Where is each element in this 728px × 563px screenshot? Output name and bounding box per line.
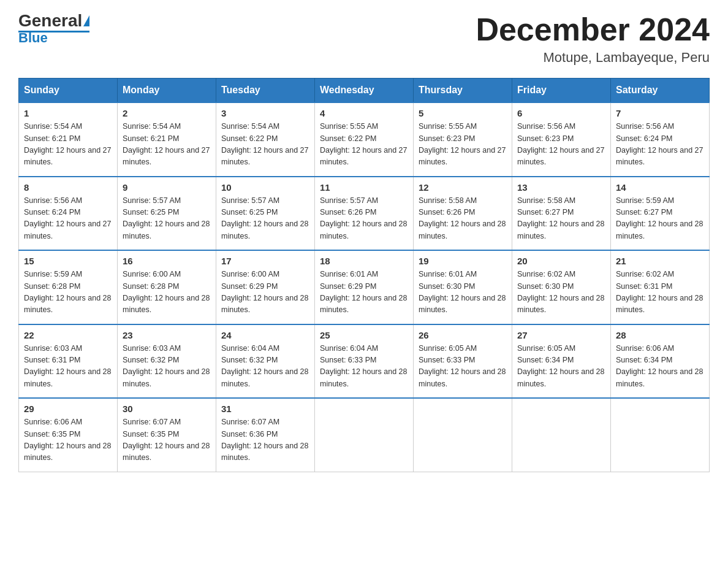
calendar-day-cell: 17 Sunrise: 6:00 AMSunset: 6:29 PMDaylig… — [216, 250, 315, 324]
calendar-day-header: Tuesday — [216, 79, 315, 103]
day-info: Sunrise: 5:56 AMSunset: 6:24 PMDaylight:… — [24, 196, 111, 240]
day-number: 11 — [320, 182, 408, 193]
day-number: 5 — [419, 108, 507, 118]
calendar-week-row: 29 Sunrise: 6:06 AMSunset: 6:35 PMDaylig… — [19, 398, 710, 472]
calendar-title: December 2024 — [476, 12, 710, 47]
calendar-day-cell: 20 Sunrise: 6:02 AMSunset: 6:30 PMDaylig… — [512, 250, 611, 324]
day-number: 2 — [123, 108, 211, 118]
calendar-day-cell: 29 Sunrise: 6:06 AMSunset: 6:35 PMDaylig… — [19, 398, 118, 472]
page-header: General Blue December 2024 Motupe, Lamba… — [18, 12, 710, 66]
day-info: Sunrise: 6:06 AMSunset: 6:35 PMDaylight:… — [24, 418, 111, 462]
day-info: Sunrise: 6:03 AMSunset: 6:31 PMDaylight:… — [24, 344, 111, 388]
day-info: Sunrise: 6:02 AMSunset: 6:30 PMDaylight:… — [517, 270, 604, 314]
calendar-day-cell: 28 Sunrise: 6:06 AMSunset: 6:34 PMDaylig… — [611, 324, 710, 399]
calendar-day-cell: 18 Sunrise: 6:01 AMSunset: 6:29 PMDaylig… — [315, 250, 414, 324]
day-info: Sunrise: 5:57 AMSunset: 6:25 PMDaylight:… — [221, 196, 308, 240]
calendar-day-cell: 10 Sunrise: 5:57 AMSunset: 6:25 PMDaylig… — [216, 177, 315, 251]
day-number: 25 — [320, 330, 408, 340]
calendar-day-cell: 2 Sunrise: 5:54 AMSunset: 6:21 PMDayligh… — [118, 102, 216, 177]
calendar-day-cell: 15 Sunrise: 5:59 AMSunset: 6:28 PMDaylig… — [19, 250, 118, 324]
day-info: Sunrise: 5:57 AMSunset: 6:26 PMDaylight:… — [320, 196, 407, 240]
day-number: 12 — [419, 182, 507, 193]
calendar-day-cell: 24 Sunrise: 6:04 AMSunset: 6:32 PMDaylig… — [216, 324, 315, 399]
day-info: Sunrise: 6:00 AMSunset: 6:28 PMDaylight:… — [123, 270, 210, 314]
day-info: Sunrise: 6:02 AMSunset: 6:31 PMDaylight:… — [616, 270, 703, 314]
day-info: Sunrise: 6:03 AMSunset: 6:32 PMDaylight:… — [123, 344, 210, 388]
day-number: 9 — [123, 182, 211, 193]
calendar-header-row: SundayMondayTuesdayWednesdayThursdayFrid… — [19, 79, 710, 103]
day-number: 27 — [517, 330, 605, 340]
calendar-day-cell: 3 Sunrise: 5:54 AMSunset: 6:22 PMDayligh… — [216, 102, 315, 177]
calendar-table: SundayMondayTuesdayWednesdayThursdayFrid… — [18, 78, 710, 472]
day-number: 14 — [616, 182, 704, 193]
day-info: Sunrise: 5:54 AMSunset: 6:21 PMDaylight:… — [123, 122, 210, 166]
calendar-day-cell: 13 Sunrise: 5:58 AMSunset: 6:27 PMDaylig… — [512, 177, 611, 251]
calendar-day-cell — [512, 398, 611, 472]
day-info: Sunrise: 6:00 AMSunset: 6:29 PMDaylight:… — [221, 270, 308, 314]
day-info: Sunrise: 5:56 AMSunset: 6:24 PMDaylight:… — [616, 122, 703, 166]
calendar-day-cell — [611, 398, 710, 472]
calendar-day-cell: 30 Sunrise: 6:07 AMSunset: 6:35 PMDaylig… — [118, 398, 216, 472]
calendar-day-cell: 4 Sunrise: 5:55 AMSunset: 6:22 PMDayligh… — [315, 102, 414, 177]
day-number: 31 — [221, 404, 309, 414]
day-number: 17 — [221, 256, 309, 266]
day-info: Sunrise: 5:55 AMSunset: 6:23 PMDaylight:… — [419, 122, 506, 166]
calendar-day-cell: 19 Sunrise: 6:01 AMSunset: 6:30 PMDaylig… — [414, 250, 512, 324]
day-info: Sunrise: 5:58 AMSunset: 6:26 PMDaylight:… — [419, 196, 506, 240]
day-number: 4 — [320, 108, 408, 118]
day-number: 15 — [24, 256, 112, 266]
day-number: 13 — [517, 182, 605, 193]
day-number: 21 — [616, 256, 704, 266]
calendar-day-cell: 23 Sunrise: 6:03 AMSunset: 6:32 PMDaylig… — [118, 324, 216, 399]
day-info: Sunrise: 6:01 AMSunset: 6:30 PMDaylight:… — [419, 270, 506, 314]
calendar-day-cell — [414, 398, 512, 472]
day-info: Sunrise: 6:06 AMSunset: 6:34 PMDaylight:… — [616, 344, 703, 388]
day-info: Sunrise: 6:04 AMSunset: 6:32 PMDaylight:… — [221, 344, 308, 388]
calendar-day-cell: 27 Sunrise: 6:05 AMSunset: 6:34 PMDaylig… — [512, 324, 611, 399]
calendar-day-header: Monday — [118, 79, 216, 103]
day-number: 23 — [123, 330, 211, 340]
calendar-day-header: Friday — [512, 79, 611, 103]
calendar-day-cell: 16 Sunrise: 6:00 AMSunset: 6:28 PMDaylig… — [118, 250, 216, 324]
day-info: Sunrise: 6:07 AMSunset: 6:35 PMDaylight:… — [123, 418, 210, 462]
calendar-day-header: Wednesday — [315, 79, 414, 103]
day-info: Sunrise: 6:07 AMSunset: 6:36 PMDaylight:… — [221, 418, 308, 462]
logo-general-text: General — [18, 12, 82, 29]
calendar-day-cell: 7 Sunrise: 5:56 AMSunset: 6:24 PMDayligh… — [611, 102, 710, 177]
day-number: 16 — [123, 256, 211, 266]
calendar-day-cell: 31 Sunrise: 6:07 AMSunset: 6:36 PMDaylig… — [216, 398, 315, 472]
day-number: 1 — [24, 108, 112, 118]
calendar-day-cell: 14 Sunrise: 5:59 AMSunset: 6:27 PMDaylig… — [611, 177, 710, 251]
day-number: 30 — [123, 404, 211, 414]
day-info: Sunrise: 5:54 AMSunset: 6:21 PMDaylight:… — [24, 122, 111, 166]
day-info: Sunrise: 6:05 AMSunset: 6:34 PMDaylight:… — [517, 344, 604, 388]
calendar-day-cell: 1 Sunrise: 5:54 AMSunset: 6:21 PMDayligh… — [19, 102, 118, 177]
day-number: 6 — [517, 108, 605, 118]
title-block: December 2024 Motupe, Lambayeque, Peru — [476, 12, 710, 66]
calendar-day-header: Saturday — [611, 79, 710, 103]
calendar-subtitle: Motupe, Lambayeque, Peru — [476, 50, 710, 66]
day-number: 22 — [24, 330, 112, 340]
day-info: Sunrise: 5:59 AMSunset: 6:27 PMDaylight:… — [616, 196, 703, 240]
day-number: 18 — [320, 256, 408, 266]
calendar-week-row: 8 Sunrise: 5:56 AMSunset: 6:24 PMDayligh… — [19, 177, 710, 251]
calendar-week-row: 22 Sunrise: 6:03 AMSunset: 6:31 PMDaylig… — [19, 324, 710, 399]
day-info: Sunrise: 5:58 AMSunset: 6:27 PMDaylight:… — [517, 196, 604, 240]
calendar-day-cell: 22 Sunrise: 6:03 AMSunset: 6:31 PMDaylig… — [19, 324, 118, 399]
day-number: 19 — [419, 256, 507, 266]
day-info: Sunrise: 5:54 AMSunset: 6:22 PMDaylight:… — [221, 122, 308, 166]
calendar-day-header: Thursday — [414, 79, 512, 103]
day-number: 10 — [221, 182, 309, 193]
day-number: 29 — [24, 404, 112, 414]
day-info: Sunrise: 6:01 AMSunset: 6:29 PMDaylight:… — [320, 270, 407, 314]
calendar-day-cell: 21 Sunrise: 6:02 AMSunset: 6:31 PMDaylig… — [611, 250, 710, 324]
logo: General Blue — [18, 12, 89, 46]
calendar-week-row: 15 Sunrise: 5:59 AMSunset: 6:28 PMDaylig… — [19, 250, 710, 324]
day-info: Sunrise: 5:57 AMSunset: 6:25 PMDaylight:… — [123, 196, 210, 240]
logo-blue-text: Blue — [18, 30, 48, 46]
day-number: 24 — [221, 330, 309, 340]
day-info: Sunrise: 6:05 AMSunset: 6:33 PMDaylight:… — [419, 344, 506, 388]
day-number: 26 — [419, 330, 507, 340]
day-number: 28 — [616, 330, 704, 340]
day-info: Sunrise: 5:55 AMSunset: 6:22 PMDaylight:… — [320, 122, 407, 166]
